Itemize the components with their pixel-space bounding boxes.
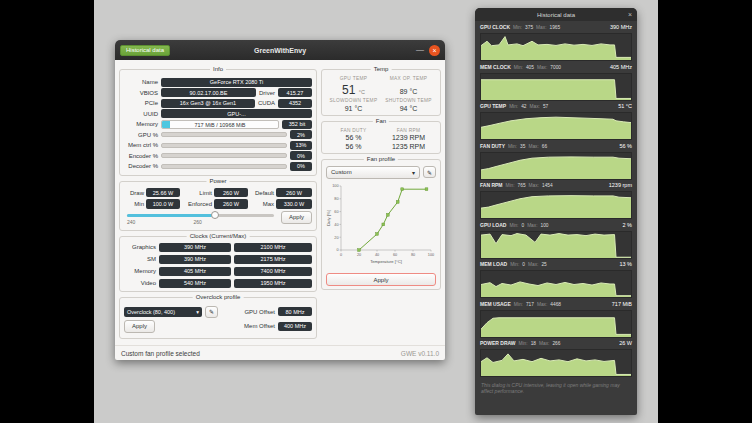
slowdown-temp-label: SLOWDOWN TEMP xyxy=(326,98,381,103)
history-graph-row: FAN DUTY Min: 35 Max: 66 56 % xyxy=(480,143,632,180)
info-row-decoder-util: Decoder % 0% xyxy=(124,162,312,171)
power-enforced-value: 260 W xyxy=(214,199,248,208)
svg-text:100: 100 xyxy=(332,184,338,188)
chevron-down-icon: ▾ xyxy=(196,309,199,315)
history-footer-note: This dialog is CPU intensive, leaving it… xyxy=(475,380,637,400)
history-graph-title: POWER DRAW xyxy=(480,340,516,346)
cuda-label: CUDA xyxy=(258,100,275,106)
power-default-label: Default xyxy=(250,190,274,196)
history-min-label: Min: xyxy=(514,302,523,307)
history-min-label: Min: xyxy=(509,223,518,228)
overclock-profile-select[interactable]: Overclock (80, 400) ▾ xyxy=(124,307,202,317)
info-row-encoder-util: Encoder % 0% xyxy=(124,151,312,160)
history-max-value: 266 xyxy=(552,341,560,346)
svg-text:0: 0 xyxy=(336,248,338,252)
history-max-value: 1965 xyxy=(549,25,560,30)
fan-rpm-value-2: 1235 RPM xyxy=(381,143,436,150)
power-apply-button[interactable]: Apply xyxy=(281,211,312,224)
fan-curve-chart: 020406080100020406080100Temperature [°C]… xyxy=(326,182,436,266)
history-min-label: Min: xyxy=(510,262,519,267)
clock-memory-current: 405 MHz xyxy=(159,267,231,276)
history-chart xyxy=(480,349,632,377)
main-content: Info Name GeForce RTX 2080 Ti VBIOS 90.0… xyxy=(115,60,445,345)
power-limit-slider[interactable] xyxy=(127,214,274,217)
history-min-value: 765 xyxy=(518,183,526,188)
history-graph-title: MEM USAGE xyxy=(480,301,511,307)
history-graph-row: MEM LOAD Min: 0 Max: 25 13 % xyxy=(480,261,632,298)
fan-duty-value-1: 56 % xyxy=(326,134,381,141)
power-limit-value: 260 W xyxy=(214,188,248,197)
power-default-value: 260 W xyxy=(276,188,312,197)
memory-usage-text: 717 MiB / 10968 MiB xyxy=(162,122,278,128)
history-min-value: 18 xyxy=(531,341,536,346)
gpu-temp-label: GPU TEMP xyxy=(326,76,381,81)
memory-label: Memory xyxy=(124,121,158,127)
desktop-workspace: GreenWithEnvy Historical data — × Info N… xyxy=(94,0,658,423)
history-min-label: Min: xyxy=(514,65,523,70)
info-row-gpu-util: GPU % 2% xyxy=(124,130,312,139)
history-chart xyxy=(480,152,632,180)
history-graph-row: MEM CLOCK Min: 405 Max: 7000 405 MHz xyxy=(480,64,632,101)
clock-sm-max: 2175 MHz xyxy=(234,255,312,264)
history-max-value: 100 xyxy=(541,223,549,228)
history-min-label: Min: xyxy=(509,104,518,109)
history-graph-title: FAN RPM xyxy=(480,182,503,188)
svg-text:80: 80 xyxy=(334,197,338,201)
gpu-util-label: GPU % xyxy=(124,132,158,138)
history-max-value: 25 xyxy=(541,262,546,267)
name-label: Name xyxy=(124,79,158,85)
gpu-offset-value: 80 MHz xyxy=(278,307,312,316)
memctrl-util-value: 13% xyxy=(290,141,312,150)
power-frame: Power Draw 25.66 W Limit 260 W Default 2… xyxy=(119,181,317,230)
fan-profile-edit-button[interactable]: ✎ xyxy=(423,166,436,178)
fan-profile-frame: Fan profile Custom ▾ ✎ 02040608010002040… xyxy=(321,159,441,291)
history-max-label: Max: xyxy=(536,25,546,30)
overclock-apply-button[interactable]: Apply xyxy=(124,320,155,333)
memory-bus-value: 352 bit xyxy=(282,120,312,129)
history-max-label: Max: xyxy=(528,262,538,267)
history-min-label: Min: xyxy=(506,183,515,188)
power-max-label: Max xyxy=(250,201,274,207)
history-graph-list: GPU CLOCK Min: 375 Max: 1965 390 MHz MEM… xyxy=(475,21,637,377)
info-row-name: Name GeForce RTX 2080 Ti xyxy=(124,78,312,87)
close-icon[interactable]: × xyxy=(628,8,632,21)
memctrl-util-bar xyxy=(161,143,287,148)
overclock-edit-button[interactable]: ✎ xyxy=(205,306,218,318)
temp-frame: Temp GPU TEMP MAX OP. TEMP 51 °C 89 °C S… xyxy=(321,69,441,116)
history-max-value: 7000 xyxy=(550,65,561,70)
overclock-frame: Overclock profile Overclock (80, 400) ▾ … xyxy=(119,297,317,339)
fan-profile-select[interactable]: Custom ▾ xyxy=(326,166,420,179)
history-graph-row: GPU CLOCK Min: 375 Max: 1965 390 MHz xyxy=(480,24,632,61)
history-graph-row: MEM USAGE Min: 717 Max: 4468 717 MiB xyxy=(480,301,632,338)
encoder-util-value: 0% xyxy=(290,151,312,160)
history-chart xyxy=(480,231,632,259)
fan-profile-apply-button[interactable]: Apply xyxy=(326,273,436,286)
power-min-value: 100.0 W xyxy=(146,199,180,208)
gpu-name-value: GeForce RTX 2080 Ti xyxy=(161,78,312,87)
history-min-value: 35 xyxy=(520,144,525,149)
power-slider-mark-left: 240 xyxy=(127,219,135,225)
history-current-value: 13 % xyxy=(619,261,632,267)
encoder-util-bar xyxy=(161,153,287,158)
power-frame-label: Power xyxy=(206,178,229,184)
clocks-frame-label: Clocks (Current/Max) xyxy=(187,233,250,239)
historical-titlebar[interactable]: Historical data × xyxy=(475,8,637,21)
history-current-value: 2 % xyxy=(623,222,632,228)
power-min-label: Min xyxy=(124,201,144,207)
clock-memory-max: 7400 MHz xyxy=(234,267,312,276)
svg-text:20: 20 xyxy=(357,253,361,257)
clock-video-max: 1950 MHz xyxy=(234,279,312,288)
power-slider-handle[interactable] xyxy=(211,211,219,219)
power-max-value: 330.0 W xyxy=(276,199,312,208)
main-titlebar[interactable]: GreenWithEnvy Historical data — × xyxy=(115,40,445,60)
max-op-temp-label: MAX OP. TEMP xyxy=(381,76,436,81)
history-max-value: 4468 xyxy=(550,302,561,307)
info-row-uuid: UUID GPU-... xyxy=(124,109,312,118)
history-max-value: 1454 xyxy=(542,183,553,188)
history-graph-title: FAN DUTY xyxy=(480,143,505,149)
minimize-icon[interactable]: — xyxy=(416,46,424,54)
historical-data-button[interactable]: Historical data xyxy=(120,45,170,56)
close-icon[interactable]: × xyxy=(429,45,440,56)
info-frame-label: Info xyxy=(210,66,226,72)
pcie-label: PCIe xyxy=(124,100,158,106)
